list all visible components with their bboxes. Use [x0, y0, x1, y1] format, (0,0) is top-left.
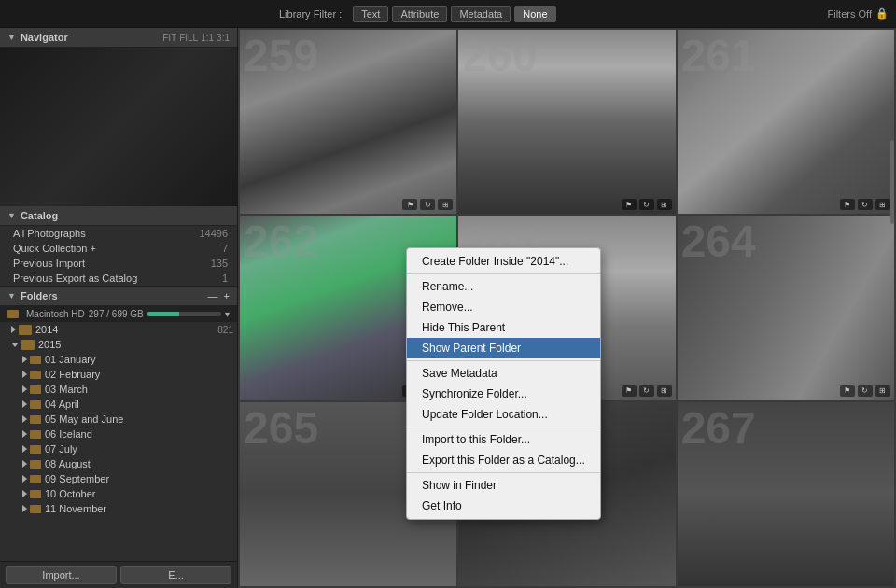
- folder-11-november[interactable]: 11 November: [0, 501, 237, 516]
- photo-cell-260[interactable]: 260 ⚑ ↻ ⊞: [458, 30, 675, 214]
- jul-triangle: [22, 445, 27, 453]
- filter-none-button[interactable]: None: [514, 6, 555, 22]
- ctx-save-metadata[interactable]: Save Metadata: [407, 363, 600, 384]
- hd-dropdown-icon[interactable]: ▾: [225, 309, 230, 319]
- nov-triangle: [22, 505, 27, 512]
- folders-title: Folders: [21, 290, 208, 301]
- catalog-panel-header[interactable]: ▼ Catalog: [0, 206, 237, 226]
- export-button[interactable]: E...: [120, 566, 231, 584]
- library-filter-bar: Library Filter : Text Attribute Metadata…: [7, 6, 828, 22]
- photo-overlay-259: ⚑ ↻ ⊞: [402, 199, 453, 210]
- aug-triangle: [22, 460, 27, 468]
- folder-09-september[interactable]: 09 September: [0, 471, 237, 486]
- folders-minus[interactable]: —: [208, 290, 218, 301]
- photo-flag-icon-260: ⚑: [622, 199, 637, 210]
- filters-off: Filters Off 🔒: [828, 7, 889, 20]
- may-triangle: [22, 415, 27, 423]
- ctx-import-folder[interactable]: Import to this Folder...: [407, 429, 600, 450]
- folder-2014[interactable]: 2014 821: [0, 322, 237, 337]
- ice-triangle: [22, 430, 27, 438]
- ctx-show-parent[interactable]: Show Parent Folder: [407, 338, 600, 358]
- zoom-custom[interactable]: 3:1: [217, 33, 230, 43]
- ctx-create-folder[interactable]: Create Folder Inside "2014"...: [407, 251, 600, 272]
- folder-06-iceland[interactable]: 06 Iceland: [0, 427, 237, 441]
- may-label: 05 May and June: [45, 413, 123, 425]
- folder-08-august[interactable]: 08 August: [0, 456, 237, 471]
- folder-03-march[interactable]: 03 March: [0, 382, 237, 397]
- jan-icon: [30, 356, 41, 364]
- filter-attribute-button[interactable]: Attribute: [392, 6, 447, 22]
- ice-label: 06 Iceland: [45, 428, 92, 440]
- zoom-1-1[interactable]: 1:1: [201, 33, 214, 43]
- content-area: 259 ⚑ ↻ ⊞ 260 ⚑ ↻ ⊞ 261 ⚑ ↻: [238, 28, 896, 588]
- folder-10-october[interactable]: 10 October: [0, 486, 237, 501]
- previous-export-label: Previous Export as Catalog: [13, 273, 222, 284]
- main-layout: ▼ Navigator FIT FILL 1:1 3:1 ▼ Catalog A…: [0, 28, 896, 588]
- mar-icon: [30, 385, 41, 394]
- folder-02-february[interactable]: 02 February: [0, 367, 237, 382]
- sep-triangle: [22, 475, 27, 483]
- catalog-title: Catalog: [21, 210, 230, 221]
- navigator-title: Navigator: [21, 32, 162, 43]
- ctx-export-catalog[interactable]: Export this Folder as a Catalog...: [407, 450, 600, 470]
- ctx-rename[interactable]: Rename...: [407, 276, 600, 297]
- ctx-remove[interactable]: Remove...: [407, 297, 600, 317]
- photo-cell-264[interactable]: 264 ⚑ ↻ ⊞: [678, 216, 894, 399]
- filter-text-button[interactable]: Text: [353, 6, 388, 22]
- folder-04-april[interactable]: 04 April: [0, 397, 237, 412]
- previous-import-count: 135: [211, 258, 228, 269]
- ctx-update-location[interactable]: Update Folder Location...: [407, 404, 600, 425]
- quick-collection-label: Quick Collection +: [13, 243, 222, 254]
- photo-number-259: 259: [244, 34, 318, 78]
- folder-2014-icon: [19, 325, 32, 335]
- catalog-all-photographs[interactable]: All Photographs 14496: [0, 226, 237, 241]
- photo-zoom-icon-261: ⊞: [875, 199, 890, 210]
- photo-cell-259[interactable]: 259 ⚑ ↻ ⊞: [240, 30, 456, 214]
- oct-triangle: [22, 490, 27, 497]
- jul-icon: [30, 445, 41, 454]
- catalog-previous-import[interactable]: Previous Import 135: [0, 256, 237, 271]
- photo-overlay-260: ⚑ ↻ ⊞: [622, 199, 672, 210]
- ctx-show-finder[interactable]: Show in Finder: [407, 475, 600, 496]
- sep-label: 09 September: [45, 473, 109, 484]
- oct-icon: [30, 490, 41, 498]
- may-icon: [30, 415, 41, 424]
- photo-number-262: 262: [244, 219, 318, 264]
- ctx-get-info[interactable]: Get Info: [407, 496, 600, 516]
- photo-rotate-icon-264: ↻: [858, 385, 873, 397]
- photo-cell-261[interactable]: 261 ⚑ ↻ ⊞: [678, 30, 894, 214]
- folder-01-january[interactable]: 01 January: [0, 352, 237, 367]
- photo-number-264: 264: [681, 219, 756, 264]
- mar-label: 03 March: [45, 384, 88, 395]
- catalog-quick-collection[interactable]: Quick Collection + 7: [0, 241, 237, 256]
- folder-2015[interactable]: 2015: [0, 337, 237, 352]
- zoom-fit[interactable]: FIT: [162, 33, 176, 43]
- folder-05-may-june[interactable]: 05 May and June: [0, 412, 237, 427]
- zoom-fill[interactable]: FILL: [179, 33, 198, 43]
- folders-plus[interactable]: +: [224, 290, 230, 301]
- folders-triangle: ▼: [7, 291, 16, 301]
- filters-off-label: Filters Off: [828, 8, 872, 20]
- aug-icon: [30, 460, 41, 469]
- folders-panel-header[interactable]: ▼ Folders — +: [0, 286, 237, 306]
- scroll-indicator[interactable]: [890, 140, 894, 224]
- filter-metadata-button[interactable]: Metadata: [451, 6, 511, 22]
- catalog-previous-export[interactable]: Previous Export as Catalog 1: [0, 271, 237, 286]
- photo-zoom-icon-263: ⊞: [657, 385, 672, 397]
- hd-label: Macintosh HD: [26, 309, 85, 319]
- ctx-hide-parent[interactable]: Hide This Parent: [407, 317, 600, 338]
- ctx-synchronize[interactable]: Synchronize Folder...: [407, 384, 600, 404]
- photo-cell-267[interactable]: 267: [678, 402, 894, 586]
- navigator-panel-header[interactable]: ▼ Navigator FIT FILL 1:1 3:1: [0, 28, 237, 48]
- folder-07-july[interactable]: 07 July: [0, 441, 237, 456]
- catalog-section: ▼ Catalog All Photographs 14496 Quick Co…: [0, 206, 237, 286]
- quick-collection-count: 7: [222, 243, 228, 254]
- photo-overlay-264: ⚑ ↻ ⊞: [840, 385, 890, 397]
- import-button[interactable]: Import...: [6, 566, 117, 584]
- photo-flag-icon-263: ⚑: [622, 385, 637, 397]
- all-photographs-label: All Photographs: [13, 228, 199, 239]
- photo-overlay-261: ⚑ ↻ ⊞: [840, 199, 890, 210]
- mar-triangle: [22, 385, 27, 393]
- library-filter-label: Library Filter :: [279, 8, 342, 20]
- sep-icon: [30, 475, 41, 483]
